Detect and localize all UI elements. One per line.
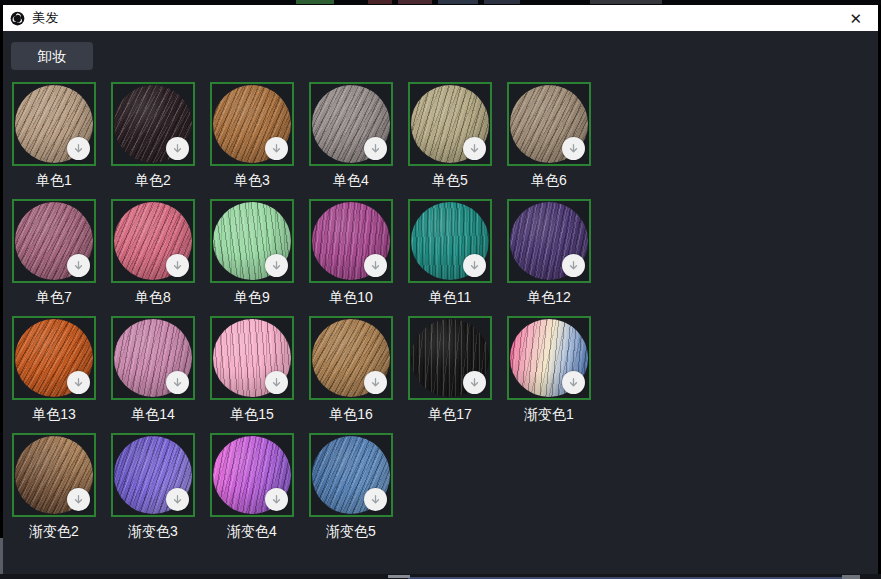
hair-style-tile[interactable] <box>111 199 195 283</box>
close-icon[interactable]: ✕ <box>845 9 866 28</box>
hair-style-label: 单色3 <box>210 172 294 190</box>
download-button[interactable] <box>67 488 90 511</box>
hair-style-item[interactable]: 单色14 <box>111 316 195 433</box>
hair-style-label: 单色17 <box>408 406 492 424</box>
download-button[interactable] <box>562 254 585 277</box>
remnant-fragment <box>388 575 410 578</box>
download-button[interactable] <box>463 371 486 394</box>
hair-style-tile[interactable] <box>309 82 393 166</box>
hair-style-label: 渐变色2 <box>12 523 96 541</box>
hair-style-label: 单色1 <box>12 172 96 190</box>
hair-style-tile[interactable] <box>210 433 294 517</box>
hair-style-tile[interactable] <box>12 199 96 283</box>
hair-style-item[interactable]: 单色5 <box>408 82 492 199</box>
dialog-body: 卸妆 单色1 单色2 单色3 单色4 单色5 单色6 <box>3 31 878 574</box>
hair-style-label: 单色2 <box>111 172 195 190</box>
hair-style-item[interactable]: 单色1 <box>12 82 96 199</box>
hair-style-item[interactable]: 渐变色5 <box>309 433 393 550</box>
hair-style-item[interactable]: 单色12 <box>507 199 591 316</box>
download-button[interactable] <box>463 137 486 160</box>
hair-style-item[interactable]: 单色6 <box>507 82 591 199</box>
hair-style-item[interactable]: 单色11 <box>408 199 492 316</box>
hair-style-item[interactable]: 单色13 <box>12 316 96 433</box>
hair-style-label: 单色13 <box>12 406 96 424</box>
hair-style-tile[interactable] <box>12 82 96 166</box>
obs-logo-icon <box>10 11 25 26</box>
download-icon <box>171 376 184 389</box>
remnant-fragment <box>438 0 478 4</box>
hair-style-tile[interactable] <box>111 433 195 517</box>
hair-style-label: 单色6 <box>507 172 591 190</box>
hair-style-item[interactable]: 渐变色2 <box>12 433 96 550</box>
download-button[interactable] <box>166 371 189 394</box>
hair-style-label: 渐变色5 <box>309 523 393 541</box>
download-button[interactable] <box>166 488 189 511</box>
download-button[interactable] <box>265 488 288 511</box>
download-button[interactable] <box>364 137 387 160</box>
hair-style-tile[interactable] <box>12 433 96 517</box>
download-button[interactable] <box>364 254 387 277</box>
hair-style-tile[interactable] <box>309 199 393 283</box>
hair-style-tile[interactable] <box>111 82 195 166</box>
hair-style-tile[interactable] <box>210 316 294 400</box>
beauty-hair-dialog: 美发 ✕ 卸妆 单色1 单色2 单色3 单色4 单色5 <box>0 0 881 579</box>
hair-style-item[interactable]: 单色16 <box>309 316 393 433</box>
download-button[interactable] <box>364 371 387 394</box>
hair-style-item[interactable]: 单色8 <box>111 199 195 316</box>
download-button[interactable] <box>166 254 189 277</box>
hair-style-tile[interactable] <box>408 82 492 166</box>
download-button[interactable] <box>67 254 90 277</box>
hair-style-item[interactable]: 单色10 <box>309 199 393 316</box>
download-button[interactable] <box>562 371 585 394</box>
hair-style-item[interactable]: 单色2 <box>111 82 195 199</box>
hair-style-item[interactable]: 单色15 <box>210 316 294 433</box>
download-button[interactable] <box>166 137 189 160</box>
hair-style-item[interactable]: 单色9 <box>210 199 294 316</box>
hair-style-tile[interactable] <box>210 82 294 166</box>
download-icon <box>72 493 85 506</box>
download-icon <box>468 142 481 155</box>
hair-style-item[interactable]: 单色17 <box>408 316 492 433</box>
remnant-fragment <box>368 0 392 4</box>
remove-makeup-button[interactable]: 卸妆 <box>11 42 93 70</box>
download-button[interactable] <box>265 137 288 160</box>
download-button[interactable] <box>265 371 288 394</box>
hair-style-label: 单色15 <box>210 406 294 424</box>
remnant-fragment <box>842 575 860 579</box>
hair-style-tile[interactable] <box>507 82 591 166</box>
download-button[interactable] <box>562 137 585 160</box>
download-button[interactable] <box>67 137 90 160</box>
hair-style-tile[interactable] <box>408 316 492 400</box>
hair-style-label: 单色14 <box>111 406 195 424</box>
hair-style-label: 单色12 <box>507 289 591 307</box>
download-button[interactable] <box>67 371 90 394</box>
download-button[interactable] <box>265 254 288 277</box>
download-icon <box>171 493 184 506</box>
hair-style-tile[interactable] <box>210 199 294 283</box>
download-icon <box>369 376 382 389</box>
download-icon <box>468 259 481 272</box>
hair-style-tile[interactable] <box>12 316 96 400</box>
hair-style-tile[interactable] <box>309 316 393 400</box>
download-button[interactable] <box>364 488 387 511</box>
background-window-remnant-top <box>0 0 881 5</box>
hair-style-item[interactable]: 单色3 <box>210 82 294 199</box>
download-icon <box>171 259 184 272</box>
hair-style-tile[interactable] <box>309 433 393 517</box>
hair-style-tile[interactable] <box>507 316 591 400</box>
hair-style-tile[interactable] <box>408 199 492 283</box>
download-icon <box>270 142 283 155</box>
hair-style-label: 单色16 <box>309 406 393 424</box>
hair-style-item[interactable]: 渐变色3 <box>111 433 195 550</box>
hair-style-item[interactable]: 渐变色4 <box>210 433 294 550</box>
hair-style-tile[interactable] <box>111 316 195 400</box>
download-icon <box>270 259 283 272</box>
hair-style-item[interactable]: 单色7 <box>12 199 96 316</box>
download-button[interactable] <box>463 254 486 277</box>
hair-style-tile[interactable] <box>507 199 591 283</box>
download-icon <box>72 259 85 272</box>
hair-color-grid: 单色1 单色2 单色3 单色4 单色5 单色6 单色7 <box>12 82 878 550</box>
hair-style-item[interactable]: 渐变色1 <box>507 316 591 433</box>
hair-style-label: 单色7 <box>12 289 96 307</box>
hair-style-item[interactable]: 单色4 <box>309 82 393 199</box>
